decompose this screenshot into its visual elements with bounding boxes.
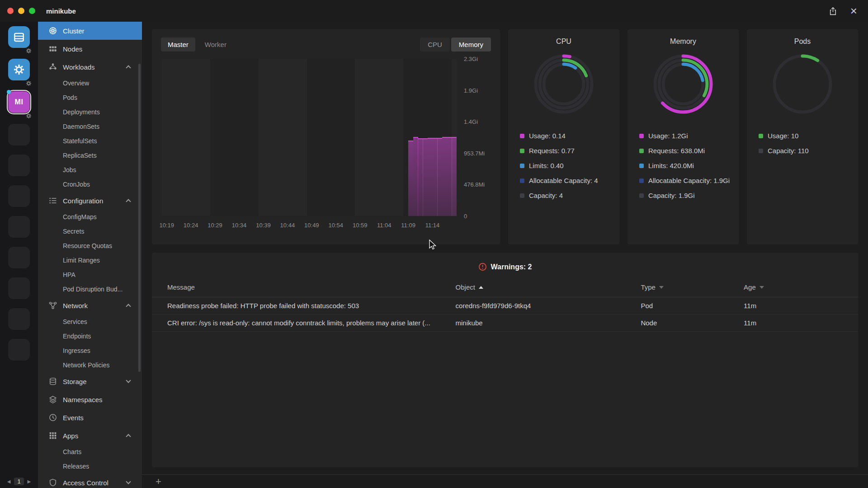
sidebar-item-hpa[interactable]: HPA: [38, 267, 142, 282]
memory-usage-bar: [408, 141, 413, 216]
chart-y-axis: 2.3Gi1.9Gi1.4Gi953.7Mi476.8Mi0: [459, 59, 491, 216]
legend-color-swatch: [520, 134, 524, 138]
rail-app-catalog[interactable]: [8, 26, 30, 48]
memory-usage-bar: [418, 138, 423, 216]
apps-icon: [49, 432, 57, 440]
sidebar-item-charts[interactable]: Charts: [38, 445, 142, 459]
sidebar-item-cronjobs[interactable]: CronJobs: [38, 177, 142, 192]
column-label: Message: [167, 283, 195, 291]
rail-pager: ◀ 1 ▶: [7, 478, 31, 485]
sidebar-item-apps[interactable]: Apps: [38, 427, 142, 445]
legend-item: Allocatable Capacity: 1.9Gi: [639, 176, 732, 185]
cluster-rail: MI ◀ 1 ▶: [0, 22, 38, 488]
macos-close-button[interactable]: [7, 8, 14, 14]
memory-usage-bar: [442, 137, 447, 216]
settings-badge-gear-icon[interactable]: [26, 48, 32, 54]
sidebar-item-services[interactable]: Services: [38, 314, 142, 329]
tab-worker[interactable]: Worker: [198, 38, 233, 52]
legend-label: Limits: 0.40: [529, 161, 564, 170]
sidebar-item-endpoints[interactable]: Endpoints: [38, 329, 142, 343]
column-label: Object: [456, 283, 475, 291]
sidebar-item-statefulsets[interactable]: StatefulSets: [38, 134, 142, 148]
share-icon[interactable]: [828, 6, 838, 16]
namespaces-icon: [49, 395, 57, 404]
pager-next-icon[interactable]: ▶: [28, 479, 31, 484]
sidebar-item-access-control[interactable]: Access Control: [38, 474, 142, 488]
sidebar-item-secrets[interactable]: Secrets: [38, 224, 142, 239]
sidebar-item-configuration[interactable]: Configuration: [38, 192, 142, 210]
sidebar-item-replicasets[interactable]: ReplicaSets: [38, 148, 142, 163]
sidebar-scrollbar-thumb[interactable]: [138, 64, 141, 372]
chevron-down-icon: [126, 378, 131, 383]
sidebar-item-ingresses[interactable]: Ingresses: [38, 343, 142, 358]
pager-page-number: 1: [14, 478, 24, 485]
sidebar-item-storage[interactable]: Storage: [38, 372, 142, 390]
sidebar-item-resource-quotas[interactable]: Resource Quotas: [38, 239, 142, 253]
gauge-title: Pods: [794, 38, 811, 46]
gauge-card-cpu: CPUUsage: 0.14Requests: 0.77Limits: 0.40…: [508, 29, 619, 244]
gauge-legend: Usage: 1.2GiRequests: 638.0MiLimits: 420…: [627, 131, 739, 206]
settings-badge-gear-icon[interactable]: [26, 80, 32, 86]
column-header-type[interactable]: Type: [641, 283, 744, 291]
event-cell-type: Pod: [641, 302, 744, 310]
gear-icon: [13, 64, 25, 75]
titlebar-actions: ×: [828, 6, 868, 16]
x-axis-tick: 10:54: [329, 222, 344, 229]
sidebar-item-label: DaemonSets: [63, 123, 99, 130]
sidebar-item-network[interactable]: Network: [38, 296, 142, 314]
memory-usage-bar: [413, 137, 418, 216]
sort-descending-icon: [760, 286, 764, 289]
legend-color-swatch: [639, 164, 644, 168]
memory-usage-bar: [437, 138, 442, 216]
sidebar-item-pods[interactable]: Pods: [38, 90, 142, 105]
sidebar-item-limit-ranges[interactable]: Limit Ranges: [38, 253, 142, 267]
sidebar-item-jobs[interactable]: Jobs: [38, 163, 142, 177]
access-control-icon: [49, 479, 57, 487]
events-table-header: Message Object Type Age: [152, 277, 858, 297]
sidebar-item-deployments[interactable]: Deployments: [38, 105, 142, 119]
sidebar-item-label: Workloads: [63, 63, 95, 71]
tab-memory[interactable]: Memory: [451, 38, 491, 52]
sidebar-item-cluster[interactable]: Cluster: [38, 22, 142, 40]
sidebar-item-namespaces[interactable]: Namespaces: [38, 390, 142, 408]
network-icon: [49, 301, 57, 310]
metric-toggle: CPU Memory: [420, 38, 491, 52]
pager-prev-icon[interactable]: ◀: [7, 479, 11, 484]
event-row[interactable]: CRI error: /sys is read-only: cannot mod…: [152, 314, 858, 332]
legend-item: Capacity: 4: [520, 191, 613, 200]
sidebar-item-pod-disruption-bud[interactable]: Pod Disruption Bud...: [38, 282, 142, 296]
sidebar-item-nodes[interactable]: Nodes: [38, 40, 142, 58]
rail-placeholder-slot: [8, 247, 30, 268]
sidebar-item-configmaps[interactable]: ConfigMaps: [38, 210, 142, 224]
chart-x-axis: 10:1910:2410:2910:3410:3910:4410:4910:54…: [162, 216, 457, 233]
tab-master[interactable]: Master: [161, 38, 195, 52]
sidebar-item-label: Charts: [63, 448, 81, 455]
list-icon: [13, 31, 25, 43]
sidebar-item-network-policies[interactable]: Network Policies: [38, 358, 142, 372]
column-header-object[interactable]: Object: [456, 283, 641, 291]
sidebar-item-workloads[interactable]: Workloads: [38, 58, 142, 76]
terminal-dock: +: [142, 474, 868, 488]
close-icon[interactable]: ×: [850, 6, 857, 15]
new-terminal-button[interactable]: +: [156, 477, 161, 487]
sidebar-item-label: StatefulSets: [63, 137, 97, 145]
sidebar-item-overview[interactable]: Overview: [38, 76, 142, 90]
rail-app-cluster-minikube[interactable]: MI: [8, 91, 30, 113]
sidebar-item-events[interactable]: Events: [38, 408, 142, 427]
event-row[interactable]: Readiness probe failed: HTTP probe faile…: [152, 297, 858, 314]
sidebar-item-daemonsets[interactable]: DaemonSets: [38, 119, 142, 134]
resource-gauges: CPUUsage: 0.14Requests: 0.77Limits: 0.40…: [508, 29, 858, 244]
app-window: minikube × MI ◀ 1 ▶ ClusterNodesWorkload…: [0, 0, 868, 488]
tab-cpu[interactable]: CPU: [420, 38, 450, 52]
rail-app-preferences[interactable]: [8, 59, 30, 80]
donut-chart-pods: [769, 50, 836, 118]
column-header-age[interactable]: Age: [744, 283, 854, 291]
sidebar-item-releases[interactable]: Releases: [38, 459, 142, 474]
legend-label: Requests: 638.0Mi: [648, 146, 705, 155]
macos-minimize-button[interactable]: [18, 8, 24, 14]
traffic-lights: [0, 8, 35, 14]
legend-item: Limits: 420.0Mi: [639, 161, 732, 170]
macos-zoom-button[interactable]: [29, 8, 35, 14]
column-header-message[interactable]: Message: [167, 283, 456, 291]
settings-badge-gear-icon[interactable]: [26, 113, 32, 119]
